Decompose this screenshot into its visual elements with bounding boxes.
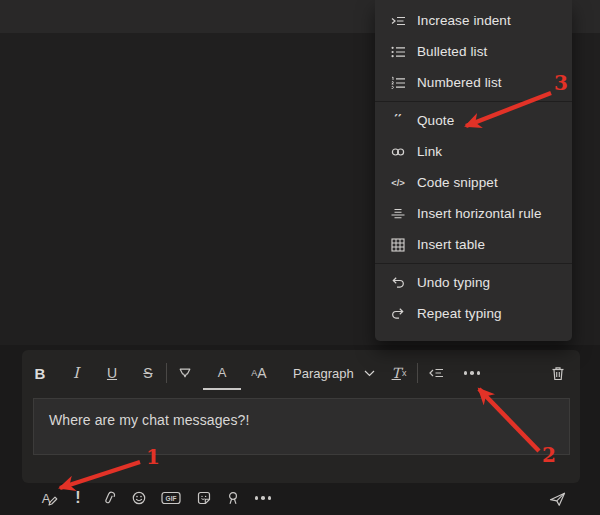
format-icon: A: [42, 491, 51, 506]
menu-divider: [375, 263, 572, 264]
menu-item-code-snippet[interactable]: </> Code snippet: [375, 167, 572, 198]
insert-table-icon: [389, 237, 407, 253]
decrease-indent-icon: [428, 365, 444, 381]
font-color-icon: A: [218, 366, 227, 379]
redo-icon: [389, 306, 407, 322]
code-snippet-icon: </>: [389, 175, 407, 191]
paragraph-style-dropdown[interactable]: Paragraph: [277, 357, 381, 389]
trash-icon: [550, 365, 566, 382]
paperclip-icon: [101, 490, 118, 507]
menu-item-label: Bulleted list: [417, 44, 487, 59]
menu-item-insert-horizontal-rule[interactable]: Insert horizontal rule: [375, 198, 572, 229]
more-formatting-button[interactable]: [454, 357, 490, 389]
gif-button[interactable]: GIF: [158, 485, 184, 511]
font-size-button[interactable]: AA: [241, 357, 277, 389]
message-input[interactable]: Where are my chat messages?!: [33, 398, 570, 455]
attach-file-button[interactable]: [96, 485, 122, 511]
bold-button[interactable]: B: [22, 357, 58, 389]
paragraph-label: Paragraph: [293, 366, 354, 381]
set-importance-button[interactable]: !: [65, 485, 91, 511]
strikethrough-button[interactable]: S: [130, 357, 166, 389]
menu-item-insert-table[interactable]: Insert table: [375, 229, 572, 260]
importance-icon: !: [75, 489, 80, 507]
link-icon: [389, 144, 407, 160]
menu-item-label: Link: [417, 144, 442, 159]
underline-icon: U: [107, 365, 117, 381]
highlight-button[interactable]: [167, 357, 203, 389]
bold-icon: B: [35, 365, 46, 382]
strikethrough-icon: S: [143, 365, 152, 381]
menu-item-label: Insert horizontal rule: [417, 206, 542, 221]
decrease-indent-button[interactable]: [418, 357, 454, 389]
menu-item-label: Increase indent: [417, 13, 511, 28]
numbered-list-icon: [389, 75, 407, 91]
praise-medal-icon: [225, 490, 241, 506]
bulleted-list-icon: [389, 44, 407, 60]
underline-button[interactable]: U: [94, 357, 130, 389]
teams-compose-screenshot: B I U S A AA Paragraph Tx: [0, 0, 600, 515]
highlighter-icon: [177, 365, 193, 381]
menu-item-label: Insert table: [417, 237, 485, 252]
compose-action-bar: A ! GIF: [0, 485, 600, 513]
increase-indent-icon: [389, 13, 407, 29]
format-toolbar: B I U S A AA Paragraph Tx: [22, 350, 580, 396]
menu-item-quote[interactable]: ” Quote: [375, 105, 572, 136]
quote-icon: ”: [389, 113, 407, 129]
menu-item-label: Code snippet: [417, 175, 498, 190]
menu-item-label: Undo typing: [417, 275, 490, 290]
gif-icon: GIF: [161, 490, 181, 506]
menu-item-label: Quote: [417, 113, 454, 128]
menu-item-label: Repeat typing: [417, 306, 502, 321]
formatting-context-menu: Increase indent Bulleted list Numbered l…: [375, 0, 572, 341]
clear-formatting-icon: T: [392, 365, 401, 381]
menu-divider: [375, 101, 572, 102]
font-color-button[interactable]: A: [203, 356, 241, 390]
menu-item-repeat-typing[interactable]: Repeat typing: [375, 298, 572, 329]
horizontal-rule-icon: [389, 206, 407, 222]
praise-button[interactable]: [220, 485, 246, 511]
more-options-icon: [464, 371, 481, 375]
svg-text:GIF: GIF: [166, 495, 177, 502]
send-icon: [548, 490, 567, 508]
menu-item-bulleted-list[interactable]: Bulleted list: [375, 36, 572, 67]
italic-button[interactable]: I: [58, 357, 94, 389]
menu-item-label: Numbered list: [417, 75, 502, 90]
message-text: Where are my chat messages?!: [34, 399, 569, 428]
emoji-smiley-icon: [131, 490, 147, 506]
menu-item-undo-typing[interactable]: Undo typing: [375, 267, 572, 298]
sticker-button[interactable]: [191, 485, 217, 511]
delete-draft-button[interactable]: [540, 357, 576, 389]
menu-item-link[interactable]: Link: [375, 136, 572, 167]
clear-formatting-button[interactable]: Tx: [381, 357, 417, 389]
sticker-icon: [196, 490, 212, 506]
emoji-button[interactable]: [126, 485, 152, 511]
chevron-down-icon: [364, 370, 375, 377]
send-button[interactable]: [543, 486, 571, 512]
compose-panel: B I U S A AA Paragraph Tx: [22, 350, 580, 483]
menu-item-numbered-list[interactable]: Numbered list: [375, 67, 572, 98]
undo-icon: [389, 275, 407, 291]
more-actions-button[interactable]: [250, 485, 276, 511]
italic-icon: I: [73, 364, 79, 382]
menu-item-increase-indent[interactable]: Increase indent: [375, 5, 572, 36]
format-button[interactable]: A: [33, 485, 59, 511]
more-options-icon: [255, 496, 272, 500]
